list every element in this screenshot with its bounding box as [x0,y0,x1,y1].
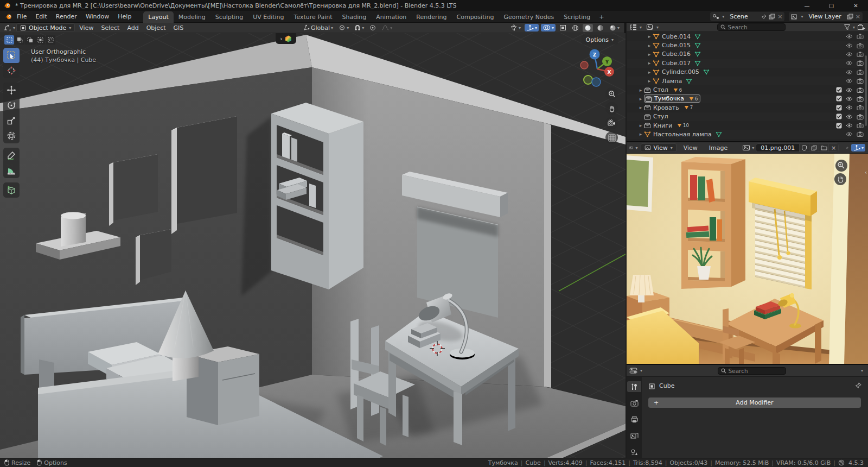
image-menu-view[interactable]: View [679,143,702,153]
render-camera-icon[interactable] [857,34,864,39]
outliner-row-knigi[interactable]: ▸ Книги 10 [627,121,868,130]
pan-button[interactable] [605,102,618,115]
viewport-menu-add[interactable]: Add [124,23,142,33]
close-button[interactable]: ✕ [844,0,868,11]
render-camera-icon[interactable] [857,43,864,48]
rendered-image[interactable]: ‹ [627,154,868,365]
outliner-search[interactable] [717,23,786,31]
properties-editor-icon[interactable] [629,367,638,374]
hide-eye-icon[interactable] [846,114,853,119]
image-datablock-icon[interactable] [742,144,750,151]
add-workspace-button[interactable]: + [595,11,608,23]
render-camera-icon[interactable] [857,131,864,137]
overlays-toggle[interactable]: ▾ [541,24,556,31]
outliner-scrollbar[interactable] [865,55,867,126]
tab-texture-paint[interactable]: Texture Paint [289,11,337,23]
menu-render[interactable]: Render [52,11,81,22]
outliner-row-krovat[interactable]: ▸ Кровать 7 [627,103,868,112]
menu-edit[interactable]: Edit [31,11,51,22]
unlink-icon[interactable]: × [828,144,838,152]
hide-eye-icon[interactable] [846,78,853,84]
outliner-row-stol[interactable]: ▸ Стол 6 [627,85,868,94]
options-button[interactable]: Options▾ [582,35,618,45]
exclude-checkbox[interactable] [836,96,842,102]
hide-eye-icon[interactable] [846,52,853,57]
tab-view-layer[interactable] [627,431,641,441]
tab-output[interactable] [627,414,641,425]
select-mode-subtract[interactable] [25,35,35,45]
image-menu-image[interactable]: Image [705,143,732,153]
properties-search[interactable] [718,367,786,375]
copy-icon[interactable] [847,14,853,20]
outliner-row-lampa[interactable]: ▸ Лампа [627,77,868,85]
select-mode-new[interactable] [4,35,14,45]
filter-icon[interactable] [844,24,851,30]
shading-rendered[interactable]: ▾ [608,24,621,32]
tab-animation[interactable]: Animation [371,11,411,23]
hide-eye-icon[interactable] [846,60,853,66]
new-collection-icon[interactable] [857,24,865,31]
hide-eye-icon[interactable] [846,131,853,137]
tab-shading[interactable]: Shading [337,11,372,23]
snap-toggle[interactable]: ▾ [353,24,366,31]
outliner-row-cube017[interactable]: ▸ Cube.017 [627,59,868,67]
outliner-row-tumbochka[interactable]: ▸ Тумбочка 6 [627,94,868,103]
tab-modeling[interactable]: Modeling [174,11,210,23]
viewport-menu-view[interactable]: View [76,23,97,33]
hide-eye-icon[interactable] [846,96,853,102]
tab-scripting[interactable]: Scripting [559,11,595,23]
select-mode-intersect[interactable] [46,35,55,45]
render-camera-icon[interactable] [857,114,864,119]
add-modifier-button[interactable]: + Add Modifier [648,397,861,408]
tab-scene[interactable] [627,447,641,458]
exclude-checkbox[interactable] [836,113,842,119]
hide-eye-icon[interactable] [846,70,853,75]
image-pan-button[interactable] [834,173,846,185]
image-zoom-button[interactable] [835,160,847,172]
image-editor-icon[interactable] [629,144,633,151]
copy-icon[interactable] [809,144,819,152]
ortho-toggle-button[interactable] [605,131,618,144]
tab-rendering[interactable]: Rendering [411,11,451,23]
tool-select-box[interactable] [3,48,20,63]
proportional-editing-toggle[interactable] [368,24,378,31]
tab-geometry-nodes[interactable]: Geometry Nodes [499,11,559,23]
render-camera-icon[interactable] [857,78,864,84]
view-layer-selector[interactable]: ▾ View Layer × [789,12,863,21]
render-camera-icon[interactable] [857,87,864,93]
remove-icon[interactable]: × [856,13,860,20]
pin-icon[interactable] [846,145,848,151]
render-camera-icon[interactable] [857,52,864,57]
maximize-button[interactable]: ▢ [819,0,844,11]
hide-eye-icon[interactable] [846,34,853,39]
image-datablock[interactable]: 01.png.001 × [756,143,839,152]
exclude-checkbox[interactable] [836,123,842,129]
viewport-menu-object[interactable]: Object [143,23,169,33]
tool-cursor[interactable] [3,63,20,78]
scene-selector[interactable]: ▾ Scene × [710,12,784,21]
display-mode-icon[interactable] [646,24,654,30]
collapse-arrow[interactable]: ‹ [865,169,867,175]
exclude-checkbox[interactable] [836,87,842,93]
outliner-search-input[interactable] [728,24,782,30]
unlink-icon[interactable]: × [777,13,782,20]
navigation-gizmo[interactable]: Z Y X [575,47,620,93]
render-camera-icon[interactable] [857,96,864,102]
hide-eye-icon[interactable] [846,105,853,110]
menu-window[interactable]: Window [81,11,113,22]
tool-settings-tab[interactable]: › [276,33,296,44]
pin-icon[interactable] [855,382,861,389]
falloff-selector[interactable]: ▾ [380,24,394,31]
tab-render[interactable] [627,397,641,408]
render-camera-icon[interactable] [857,105,864,110]
image-mode-selector[interactable]: View ▾ [641,143,676,152]
visibility-dropdown[interactable]: ▾ [508,24,522,31]
render-camera-icon[interactable] [857,70,864,75]
menu-file[interactable]: File [12,11,31,22]
tab-compositing[interactable]: Compositing [452,11,499,23]
pin-icon[interactable] [761,14,767,20]
tool-transform[interactable] [3,128,20,143]
viewport-menu-gis[interactable]: GIS [170,23,187,33]
zoom-button[interactable] [605,87,618,100]
outliner-row-stul[interactable]: Стул [627,112,868,121]
